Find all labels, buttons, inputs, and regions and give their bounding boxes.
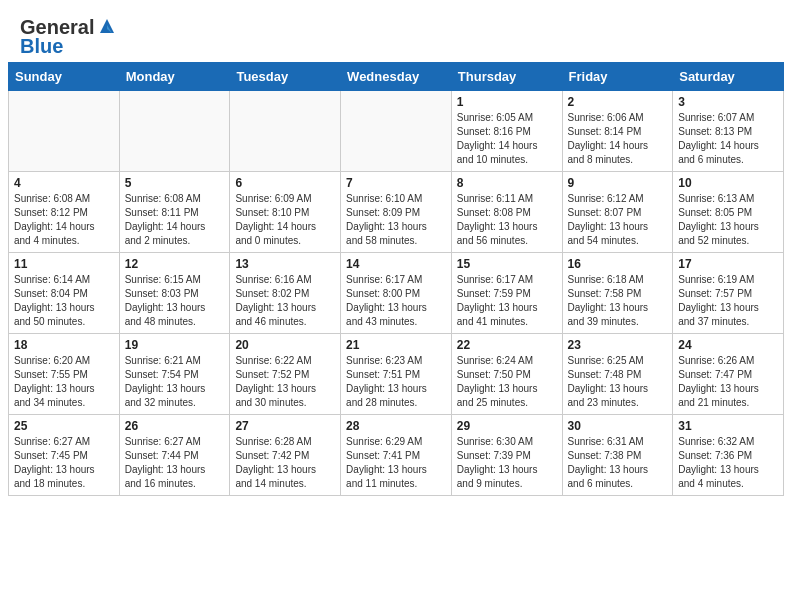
- day-info: Sunrise: 6:08 AM Sunset: 8:11 PM Dayligh…: [125, 192, 225, 248]
- logo: General Blue: [20, 16, 118, 58]
- page-container: General Blue SundayMondayTuesdayWednesda…: [0, 0, 792, 504]
- calendar-cell: 5Sunrise: 6:08 AM Sunset: 8:11 PM Daylig…: [119, 172, 230, 253]
- calendar-container: SundayMondayTuesdayWednesdayThursdayFrid…: [0, 62, 792, 504]
- calendar-cell: 10Sunrise: 6:13 AM Sunset: 8:05 PM Dayli…: [673, 172, 784, 253]
- day-number: 11: [14, 257, 114, 271]
- calendar-header-tuesday: Tuesday: [230, 63, 341, 91]
- calendar-cell: 17Sunrise: 6:19 AM Sunset: 7:57 PM Dayli…: [673, 253, 784, 334]
- day-number: 31: [678, 419, 778, 433]
- day-number: 1: [457, 95, 557, 109]
- calendar-cell: 12Sunrise: 6:15 AM Sunset: 8:03 PM Dayli…: [119, 253, 230, 334]
- calendar-cell: 2Sunrise: 6:06 AM Sunset: 8:14 PM Daylig…: [562, 91, 673, 172]
- day-info: Sunrise: 6:10 AM Sunset: 8:09 PM Dayligh…: [346, 192, 446, 248]
- day-number: 15: [457, 257, 557, 271]
- day-info: Sunrise: 6:12 AM Sunset: 8:07 PM Dayligh…: [568, 192, 668, 248]
- day-info: Sunrise: 6:06 AM Sunset: 8:14 PM Dayligh…: [568, 111, 668, 167]
- calendar-header-sunday: Sunday: [9, 63, 120, 91]
- day-info: Sunrise: 6:08 AM Sunset: 8:12 PM Dayligh…: [14, 192, 114, 248]
- calendar-cell: 30Sunrise: 6:31 AM Sunset: 7:38 PM Dayli…: [562, 415, 673, 496]
- header: General Blue: [0, 0, 792, 62]
- day-info: Sunrise: 6:20 AM Sunset: 7:55 PM Dayligh…: [14, 354, 114, 410]
- calendar-table: SundayMondayTuesdayWednesdayThursdayFrid…: [8, 62, 784, 496]
- day-number: 26: [125, 419, 225, 433]
- calendar-cell: 23Sunrise: 6:25 AM Sunset: 7:48 PM Dayli…: [562, 334, 673, 415]
- day-number: 24: [678, 338, 778, 352]
- calendar-cell: 24Sunrise: 6:26 AM Sunset: 7:47 PM Dayli…: [673, 334, 784, 415]
- day-number: 16: [568, 257, 668, 271]
- day-number: 27: [235, 419, 335, 433]
- calendar-header-row: SundayMondayTuesdayWednesdayThursdayFrid…: [9, 63, 784, 91]
- calendar-cell: 25Sunrise: 6:27 AM Sunset: 7:45 PM Dayli…: [9, 415, 120, 496]
- day-number: 7: [346, 176, 446, 190]
- day-info: Sunrise: 6:18 AM Sunset: 7:58 PM Dayligh…: [568, 273, 668, 329]
- calendar-cell: 3Sunrise: 6:07 AM Sunset: 8:13 PM Daylig…: [673, 91, 784, 172]
- calendar-cell: 19Sunrise: 6:21 AM Sunset: 7:54 PM Dayli…: [119, 334, 230, 415]
- day-info: Sunrise: 6:14 AM Sunset: 8:04 PM Dayligh…: [14, 273, 114, 329]
- day-info: Sunrise: 6:28 AM Sunset: 7:42 PM Dayligh…: [235, 435, 335, 491]
- calendar-cell: 9Sunrise: 6:12 AM Sunset: 8:07 PM Daylig…: [562, 172, 673, 253]
- week-row-4: 18Sunrise: 6:20 AM Sunset: 7:55 PM Dayli…: [9, 334, 784, 415]
- calendar-cell: 21Sunrise: 6:23 AM Sunset: 7:51 PM Dayli…: [341, 334, 452, 415]
- calendar-cell: 4Sunrise: 6:08 AM Sunset: 8:12 PM Daylig…: [9, 172, 120, 253]
- calendar-cell: 6Sunrise: 6:09 AM Sunset: 8:10 PM Daylig…: [230, 172, 341, 253]
- day-info: Sunrise: 6:27 AM Sunset: 7:44 PM Dayligh…: [125, 435, 225, 491]
- calendar-cell: 8Sunrise: 6:11 AM Sunset: 8:08 PM Daylig…: [451, 172, 562, 253]
- day-number: 10: [678, 176, 778, 190]
- day-number: 13: [235, 257, 335, 271]
- week-row-3: 11Sunrise: 6:14 AM Sunset: 8:04 PM Dayli…: [9, 253, 784, 334]
- day-info: Sunrise: 6:16 AM Sunset: 8:02 PM Dayligh…: [235, 273, 335, 329]
- logo-icon: [96, 15, 118, 37]
- calendar-header-monday: Monday: [119, 63, 230, 91]
- calendar-header-wednesday: Wednesday: [341, 63, 452, 91]
- day-info: Sunrise: 6:05 AM Sunset: 8:16 PM Dayligh…: [457, 111, 557, 167]
- calendar-cell: 11Sunrise: 6:14 AM Sunset: 8:04 PM Dayli…: [9, 253, 120, 334]
- calendar-cell: 28Sunrise: 6:29 AM Sunset: 7:41 PM Dayli…: [341, 415, 452, 496]
- day-number: 29: [457, 419, 557, 433]
- day-info: Sunrise: 6:30 AM Sunset: 7:39 PM Dayligh…: [457, 435, 557, 491]
- day-number: 18: [14, 338, 114, 352]
- day-info: Sunrise: 6:23 AM Sunset: 7:51 PM Dayligh…: [346, 354, 446, 410]
- calendar-cell: [9, 91, 120, 172]
- day-info: Sunrise: 6:17 AM Sunset: 7:59 PM Dayligh…: [457, 273, 557, 329]
- day-info: Sunrise: 6:19 AM Sunset: 7:57 PM Dayligh…: [678, 273, 778, 329]
- day-info: Sunrise: 6:07 AM Sunset: 8:13 PM Dayligh…: [678, 111, 778, 167]
- calendar-cell: 18Sunrise: 6:20 AM Sunset: 7:55 PM Dayli…: [9, 334, 120, 415]
- calendar-cell: [119, 91, 230, 172]
- day-info: Sunrise: 6:31 AM Sunset: 7:38 PM Dayligh…: [568, 435, 668, 491]
- day-number: 30: [568, 419, 668, 433]
- day-info: Sunrise: 6:32 AM Sunset: 7:36 PM Dayligh…: [678, 435, 778, 491]
- day-info: Sunrise: 6:21 AM Sunset: 7:54 PM Dayligh…: [125, 354, 225, 410]
- calendar-header-friday: Friday: [562, 63, 673, 91]
- calendar-cell: [341, 91, 452, 172]
- day-number: 6: [235, 176, 335, 190]
- day-info: Sunrise: 6:17 AM Sunset: 8:00 PM Dayligh…: [346, 273, 446, 329]
- week-row-2: 4Sunrise: 6:08 AM Sunset: 8:12 PM Daylig…: [9, 172, 784, 253]
- day-number: 19: [125, 338, 225, 352]
- calendar-header-saturday: Saturday: [673, 63, 784, 91]
- calendar-cell: 7Sunrise: 6:10 AM Sunset: 8:09 PM Daylig…: [341, 172, 452, 253]
- day-number: 25: [14, 419, 114, 433]
- day-info: Sunrise: 6:26 AM Sunset: 7:47 PM Dayligh…: [678, 354, 778, 410]
- day-number: 2: [568, 95, 668, 109]
- day-number: 4: [14, 176, 114, 190]
- day-info: Sunrise: 6:27 AM Sunset: 7:45 PM Dayligh…: [14, 435, 114, 491]
- day-number: 8: [457, 176, 557, 190]
- calendar-cell: 29Sunrise: 6:30 AM Sunset: 7:39 PM Dayli…: [451, 415, 562, 496]
- day-number: 5: [125, 176, 225, 190]
- calendar-header-thursday: Thursday: [451, 63, 562, 91]
- calendar-cell: 26Sunrise: 6:27 AM Sunset: 7:44 PM Dayli…: [119, 415, 230, 496]
- calendar-cell: 31Sunrise: 6:32 AM Sunset: 7:36 PM Dayli…: [673, 415, 784, 496]
- day-number: 17: [678, 257, 778, 271]
- day-info: Sunrise: 6:15 AM Sunset: 8:03 PM Dayligh…: [125, 273, 225, 329]
- day-number: 3: [678, 95, 778, 109]
- day-info: Sunrise: 6:24 AM Sunset: 7:50 PM Dayligh…: [457, 354, 557, 410]
- day-info: Sunrise: 6:29 AM Sunset: 7:41 PM Dayligh…: [346, 435, 446, 491]
- calendar-cell: 13Sunrise: 6:16 AM Sunset: 8:02 PM Dayli…: [230, 253, 341, 334]
- day-info: Sunrise: 6:25 AM Sunset: 7:48 PM Dayligh…: [568, 354, 668, 410]
- calendar-cell: 14Sunrise: 6:17 AM Sunset: 8:00 PM Dayli…: [341, 253, 452, 334]
- day-info: Sunrise: 6:22 AM Sunset: 7:52 PM Dayligh…: [235, 354, 335, 410]
- day-number: 20: [235, 338, 335, 352]
- day-info: Sunrise: 6:11 AM Sunset: 8:08 PM Dayligh…: [457, 192, 557, 248]
- day-number: 22: [457, 338, 557, 352]
- calendar-cell: 15Sunrise: 6:17 AM Sunset: 7:59 PM Dayli…: [451, 253, 562, 334]
